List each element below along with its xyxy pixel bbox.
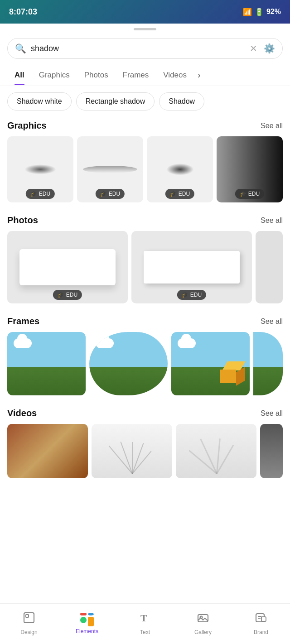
graphics-title: Graphics xyxy=(7,120,47,131)
status-bar: 8:07:03 📶 🔋 92% xyxy=(0,0,290,24)
frames-section-header: Frames See all xyxy=(0,312,290,332)
nav-gallery[interactable]: Gallery xyxy=(174,604,232,639)
photos-grid: 🎓 EDU 🎓 EDU xyxy=(0,231,290,312)
photo-shadow-card xyxy=(19,249,116,285)
clear-search-button[interactable]: ✕ xyxy=(250,43,257,54)
videos-section-header: Videos See all xyxy=(0,404,290,424)
edu-badge-4: 🎓 EDU xyxy=(235,189,264,199)
frames-grid xyxy=(0,332,290,404)
battery-icon: 🔋 xyxy=(255,8,264,16)
edu-badge-3: 🎓 EDU xyxy=(165,189,194,199)
photo-item-2[interactable]: 🎓 EDU xyxy=(131,231,252,303)
videos-grid xyxy=(0,424,290,478)
elements-icon xyxy=(80,613,94,626)
svg-rect-6 xyxy=(261,617,266,621)
nav-elements-label: Elements xyxy=(76,628,98,634)
status-icons: 📶 🔋 92% xyxy=(243,8,281,16)
chip-rectangle-shadow[interactable]: Rectangle shadow xyxy=(76,92,155,111)
filter-button[interactable]: ⚙️ xyxy=(264,43,275,54)
nav-design-label: Design xyxy=(20,629,37,635)
video-item-partial[interactable] xyxy=(260,424,283,478)
tab-frames[interactable]: Frames xyxy=(116,65,156,85)
design-icon xyxy=(23,611,35,627)
gallery-icon xyxy=(197,611,209,627)
nav-text-label: Text xyxy=(140,629,150,635)
frames-title: Frames xyxy=(7,316,39,327)
graphics-section-header: Graphics See all xyxy=(0,117,290,136)
photo-item-partial[interactable] xyxy=(256,231,283,303)
chip-shadow[interactable]: Shadow xyxy=(159,92,204,111)
edu-badge-2: 🎓 EDU xyxy=(96,189,125,199)
nav-elements[interactable]: Elements xyxy=(58,604,116,639)
battery-percent: 92% xyxy=(266,8,281,16)
nav-brand[interactable]: Brand xyxy=(232,604,290,639)
graphics-grid: 🎓 EDU 🎓 EDU 🎓 EDU 🎓 EDU xyxy=(0,136,290,211)
svg-text:T: T xyxy=(140,612,147,624)
photos-title: Photos xyxy=(7,215,38,226)
shadow-blob-graphic xyxy=(165,163,195,176)
tabs-bar: All Graphics Photos Frames Videos › xyxy=(0,64,290,86)
graphics-see-all[interactable]: See all xyxy=(261,122,283,130)
search-bar: 🔍 ✕ ⚙️ xyxy=(7,38,283,59)
status-time: 8:07:03 xyxy=(9,7,37,17)
search-input[interactable] xyxy=(31,44,245,53)
search-icon: 🔍 xyxy=(15,43,26,54)
nav-design[interactable]: Design xyxy=(0,604,58,639)
videos-see-all[interactable]: See all xyxy=(261,409,283,418)
shadow-oval-graphic xyxy=(24,164,56,174)
tab-photos[interactable]: Photos xyxy=(77,65,116,85)
graphic-item-1[interactable]: 🎓 EDU xyxy=(7,136,73,202)
nav-brand-label: Brand xyxy=(254,629,268,635)
svg-rect-0 xyxy=(24,613,34,623)
tab-all[interactable]: All xyxy=(7,65,32,85)
video-item-1[interactable] xyxy=(7,424,88,478)
bottom-nav: Design Elements T Text Gallery xyxy=(0,603,290,644)
text-icon: T xyxy=(139,611,151,627)
palm-leaf-graphic-2 xyxy=(200,428,232,474)
drag-handle xyxy=(0,24,290,34)
photo-item-1[interactable]: 🎓 EDU xyxy=(7,231,128,303)
graphic-item-2[interactable]: 🎓 EDU xyxy=(77,136,143,202)
graphic-item-4[interactable]: 🎓 EDU xyxy=(217,136,283,202)
svg-rect-1 xyxy=(26,615,29,617)
nav-gallery-label: Gallery xyxy=(194,629,212,635)
graphic-item-3[interactable]: 🎓 EDU xyxy=(147,136,213,202)
search-container: 🔍 ✕ ⚙️ xyxy=(0,34,290,64)
photos-see-all[interactable]: See all xyxy=(261,216,283,225)
photos-section-header: Photos See all xyxy=(0,211,290,231)
tab-graphics[interactable]: Graphics xyxy=(32,65,77,85)
nav-text[interactable]: T Text xyxy=(116,604,174,639)
chip-shadow-white[interactable]: Shadow white xyxy=(7,92,72,111)
edu-badge-photo-2: 🎓 EDU xyxy=(177,290,206,300)
svg-rect-3 xyxy=(198,615,208,622)
edu-badge-photo-1: 🎓 EDU xyxy=(53,290,82,300)
photo-shadow-rect xyxy=(144,251,240,284)
frame-item-1[interactable] xyxy=(7,332,86,395)
video-item-2[interactable] xyxy=(92,424,172,478)
brand-icon xyxy=(255,611,267,627)
palm-leaf-graphic xyxy=(116,428,148,474)
videos-title: Videos xyxy=(7,408,37,418)
tab-videos[interactable]: Videos xyxy=(156,65,194,85)
frame-item-3[interactable] xyxy=(171,332,250,395)
tabs-more-button[interactable]: › xyxy=(194,64,204,86)
frame-item-4[interactable] xyxy=(253,332,283,395)
edu-badge-1: 🎓 EDU xyxy=(26,189,55,199)
chips-row: Shadow white Rectangle shadow Shadow xyxy=(0,86,290,117)
shadow-line-graphic xyxy=(83,166,137,173)
frame-item-2[interactable] xyxy=(89,332,168,395)
signal-icon: 📶 xyxy=(243,8,252,16)
video-item-3[interactable] xyxy=(176,424,256,478)
frames-see-all[interactable]: See all xyxy=(261,317,283,326)
